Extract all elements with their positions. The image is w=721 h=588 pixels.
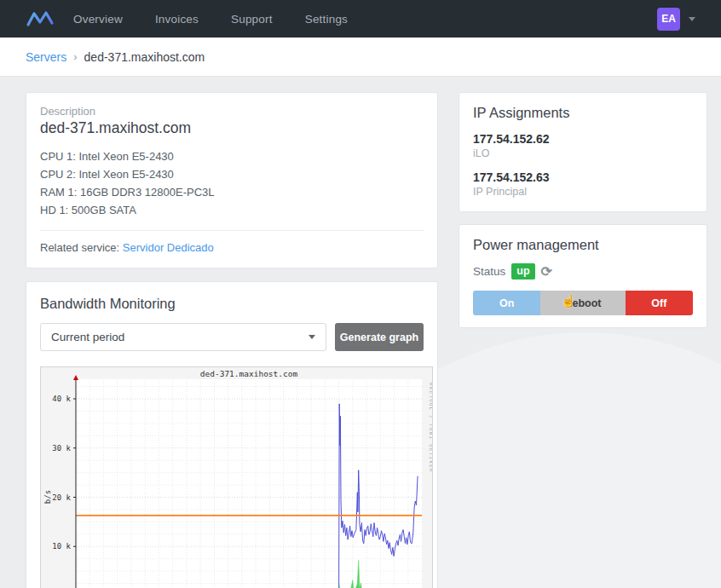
ip-entry: 177.54.152.62iLO [473, 132, 693, 159]
spec-line: CPU 2: Intel Xeon E5-2430 [40, 165, 424, 183]
generate-graph-button[interactable]: Generate graph [335, 323, 424, 351]
chevron-down-icon[interactable] [689, 17, 695, 21]
spec-line: HD 1: 500GB SATA [40, 201, 424, 219]
ip-role-label: IP Principal [473, 186, 693, 198]
hardware-specs: CPU 1: Intel Xeon E5-2430CPU 2: Intel Xe… [40, 147, 424, 219]
power-on-button[interactable]: On [473, 291, 540, 315]
ip-role-label: iLO [473, 147, 693, 159]
status-badge: up [511, 263, 534, 280]
top-navbar: OverviewInvoicesSupportSettings EA [0, 0, 721, 37]
mouse-pointer-icon: ☝ [561, 294, 575, 308]
period-select[interactable]: Current period [40, 323, 326, 351]
nav-item-invoices[interactable]: Invoices [155, 13, 199, 26]
svg-text:40 k: 40 k [52, 395, 71, 403]
svg-text:20 k: 20 k [52, 493, 71, 502]
related-service-label: Related service: [40, 241, 119, 254]
chevron-down-icon [309, 335, 315, 339]
status-label: Status [473, 265, 505, 278]
svg-text:ded-371.maxihost.com: ded-371.maxihost.com [200, 369, 298, 378]
power-card-title: Power management [473, 237, 693, 253]
spec-line: CPU 1: Intel Xeon E5-2430 [40, 147, 424, 165]
breadcrumb: Servers › ded-371.maxihost.com [0, 37, 721, 77]
breadcrumb-separator-icon: › [73, 50, 77, 63]
power-management-card: Power management Status up ⟳ OnReboot☝Of… [459, 224, 707, 328]
ip-assignments-card: IP Assignments 177.54.152.62iLO177.54.15… [459, 92, 707, 212]
nav-item-settings[interactable]: Settings [305, 13, 348, 26]
spec-line: RAM 1: 16GB DDR3 12800E-PC3L [40, 183, 424, 201]
bandwidth-card-title: Bandwidth Monitoring [40, 296, 424, 312]
bandwidth-monitoring-card: Bandwidth Monitoring Current period Gene… [26, 281, 438, 588]
ip-address: 177.54.152.63 [473, 170, 693, 184]
server-hostname: ded-371.maxihost.com [40, 119, 424, 137]
period-select-value: Current period [51, 331, 309, 343]
svg-text:10 k: 10 k [52, 542, 71, 551]
breadcrumb-current: ded-371.maxihost.com [84, 50, 205, 64]
description-card: Description ded-371.maxihost.com CPU 1: … [26, 92, 438, 268]
related-service-link[interactable]: Servidor Dedicado [123, 241, 214, 254]
ip-list: 177.54.152.62iLO177.54.152.63IP Principa… [473, 132, 693, 198]
divider [40, 230, 424, 231]
power-reboot-button[interactable]: Reboot☝ [540, 291, 625, 315]
ip-address: 177.54.152.62 [473, 132, 693, 146]
svg-text:b/s: b/s [43, 490, 52, 504]
ip-card-title: IP Assignments [473, 105, 693, 121]
description-label: Description [40, 105, 424, 118]
nav-item-overview[interactable]: Overview [73, 13, 123, 26]
svg-text:RRDTOOL / TOBI OETIKER: RRDTOOL / TOBI OETIKER [429, 383, 433, 473]
maxihost-logo-icon[interactable] [26, 9, 55, 28]
refresh-icon[interactable]: ⟳ [541, 265, 552, 279]
ip-entry: 177.54.152.63IP Principal [473, 170, 693, 198]
breadcrumb-servers-link[interactable]: Servers [26, 50, 66, 64]
nav-item-support[interactable]: Support [231, 13, 273, 26]
nav-menu: OverviewInvoicesSupportSettings [73, 13, 348, 26]
user-avatar[interactable]: EA [657, 8, 680, 31]
power-button-group: OnReboot☝Off [473, 291, 693, 315]
svg-text:30 k: 30 k [52, 444, 71, 453]
power-off-button[interactable]: Off [626, 291, 693, 315]
bandwidth-graph: 40 k30 k20 k10 k0MoTuWeThFrSaSuMoTuWeThd… [40, 366, 433, 588]
